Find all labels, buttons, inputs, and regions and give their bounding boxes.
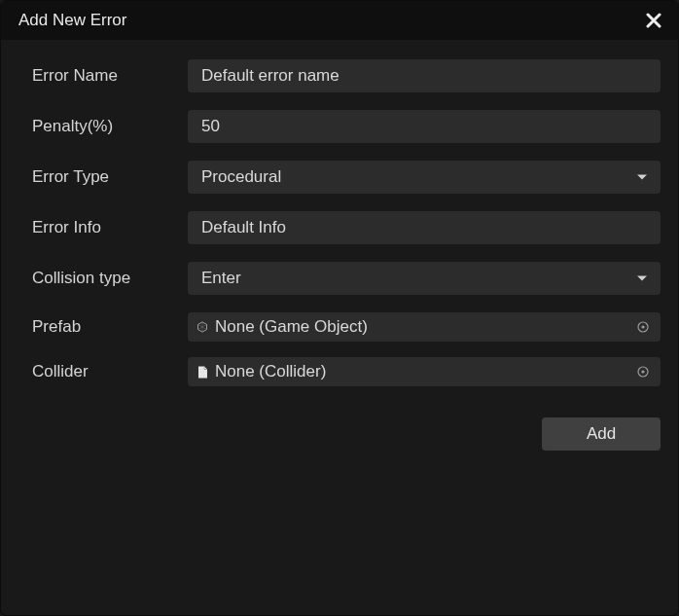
chevron-down-icon	[637, 276, 647, 281]
object-picker-icon	[636, 365, 650, 379]
row-error-name: Error Name	[32, 59, 661, 92]
label-collider: Collider	[32, 362, 188, 381]
object-picker-icon	[636, 320, 650, 334]
row-error-info: Error Info	[32, 211, 661, 244]
document-icon	[196, 365, 209, 379]
row-collider: Collider None (Collider)	[32, 357, 661, 386]
prefab-value: None (Game Object)	[215, 317, 633, 337]
dialog-content: Error Name Penalty(%) Error Type Procedu…	[1, 40, 678, 615]
label-penalty: Penalty(%)	[32, 117, 188, 136]
label-collision-type: Collision type	[32, 269, 188, 288]
add-button[interactable]: Add	[542, 417, 661, 451]
error-name-input[interactable]	[188, 59, 661, 92]
label-prefab: Prefab	[32, 317, 188, 337]
close-icon	[646, 13, 661, 28]
window-title: Add New Error	[18, 11, 126, 30]
label-error-name: Error Name	[32, 66, 188, 86]
add-error-dialog: Add New Error Error Name Penalty(%) Erro…	[0, 0, 679, 616]
row-penalty: Penalty(%)	[32, 110, 661, 143]
row-prefab: Prefab None (Game Object)	[32, 312, 661, 342]
prefab-field[interactable]: None (Game Object)	[188, 312, 661, 342]
collider-field[interactable]: None (Collider)	[188, 357, 661, 386]
label-error-type: Error Type	[32, 167, 188, 187]
collision-type-select[interactable]: Enter	[188, 262, 661, 295]
prefab-picker-button[interactable]	[633, 317, 653, 337]
row-error-type: Error Type Procedural	[32, 161, 661, 194]
collision-type-value: Enter	[201, 269, 647, 288]
collider-value: None (Collider)	[215, 362, 633, 381]
label-error-info: Error Info	[32, 218, 188, 237]
chevron-down-icon	[637, 175, 647, 180]
svg-point-3	[641, 370, 644, 373]
close-button[interactable]	[643, 10, 664, 31]
row-collision-type: Collision type Enter	[32, 262, 661, 295]
svg-point-1	[641, 325, 644, 328]
button-row: Add	[32, 417, 661, 451]
gameobject-icon	[196, 320, 209, 334]
error-type-value: Procedural	[201, 167, 647, 187]
titlebar: Add New Error	[1, 1, 678, 40]
error-type-select[interactable]: Procedural	[188, 161, 661, 194]
error-info-input[interactable]	[188, 211, 661, 244]
collider-picker-button[interactable]	[633, 362, 653, 381]
penalty-input[interactable]	[188, 110, 661, 143]
